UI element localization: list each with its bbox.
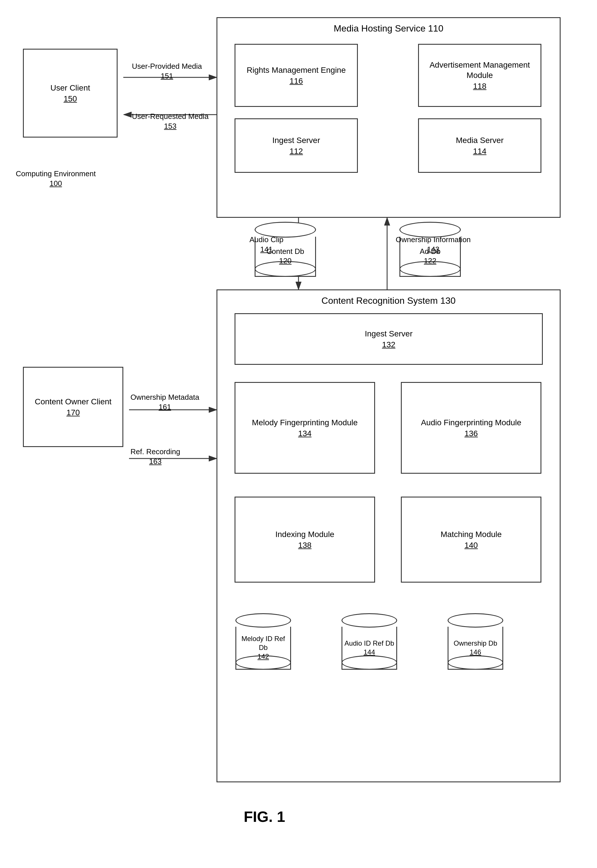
audio-id-db-cylinder: Audio ID Ref Db 144 (341, 608, 398, 674)
media-hosting-title: Media Hosting Service 110 (217, 23, 560, 34)
audio-fingerprinting-box: Audio Fingerprinting Module 136 (401, 382, 541, 474)
user-provided-media-label: User-Provided Media 151 (132, 62, 202, 81)
matching-module-box: Matching Module 140 (401, 496, 541, 582)
media-server-box: Media Server 114 (418, 118, 541, 173)
melody-id-db-cylinder: Melody ID Ref Db 142 (235, 608, 292, 674)
indexing-module-box: Indexing Module 138 (235, 496, 375, 582)
computing-env-label: Computing Environment 100 (16, 169, 96, 188)
ref-recording-label: Ref. Recording 163 (131, 447, 180, 467)
ownership-metadata-label: Ownership Metadata 161 (131, 393, 199, 412)
media-hosting-container: Media Hosting Service 110 Rights Managem… (217, 17, 561, 218)
diagram: Computing Environment 100 User Client 15… (0, 0, 597, 868)
content-recognition-container: Content Recognition System 130 Ingest Se… (217, 289, 561, 782)
ownership-db-cylinder: Ownership Db 146 (447, 608, 504, 674)
melody-fingerprinting-box: Melody Fingerprinting Module 134 (235, 382, 375, 474)
user-client-box: User Client 150 (23, 49, 117, 138)
rights-management-box: Rights Management Engine 116 (235, 44, 358, 107)
user-requested-media-label: User-Requested Media 153 (132, 112, 208, 131)
fig-label: FIG. 1 (244, 808, 285, 825)
ingest-server-1-box: Ingest Server 112 (235, 118, 358, 173)
ingest-server-2-box: Ingest Server 132 (235, 313, 543, 365)
content-db-cylinder: Content Db 120 (254, 218, 317, 281)
advertisement-management-box: Advertisement Management Module 118 (418, 44, 541, 107)
content-owner-client-box: Content Owner Client 170 (23, 367, 123, 447)
ad-db-cylinder: Ad Db 122 (399, 218, 462, 281)
content-recognition-title: Content Recognition System 130 (217, 295, 560, 306)
